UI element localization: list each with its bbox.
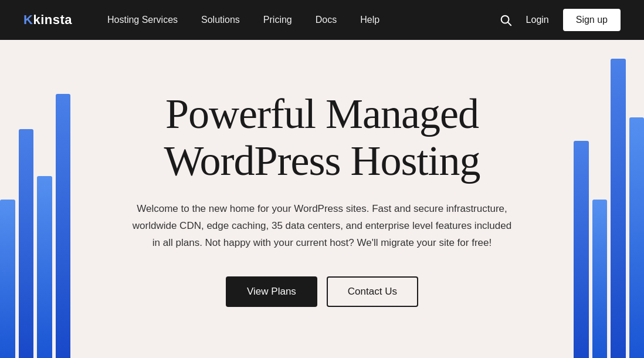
blue-col-left-4	[56, 94, 71, 358]
blue-col-right-2	[592, 200, 608, 358]
blue-col-right-3	[611, 59, 626, 358]
hero-section: Powerful Managed WordPress Hosting Welco…	[0, 40, 644, 358]
logo-text: Kkinsta	[23, 12, 72, 27]
logo-bracket: K	[23, 12, 33, 27]
navbar: Kkinsta Hosting Services Solutions Prici…	[0, 0, 644, 40]
contact-us-button[interactable]: Contact Us	[327, 276, 418, 307]
logo[interactable]: Kkinsta	[23, 12, 72, 28]
blue-col-left-3	[37, 176, 52, 358]
nav-pricing[interactable]: Pricing	[263, 15, 292, 25]
hero-buttons: View Plans Contact Us	[226, 276, 418, 307]
search-icon	[499, 13, 512, 26]
hero-title: Powerful Managed WordPress Hosting	[164, 91, 480, 184]
nav-solutions[interactable]: Solutions	[201, 15, 240, 25]
nav-help[interactable]: Help	[360, 15, 379, 25]
blue-col-left-2	[19, 129, 34, 358]
nav-links: Hosting Services Solutions Pricing Docs …	[107, 15, 499, 25]
search-button[interactable]	[499, 13, 512, 26]
nav-actions: Login Sign up	[499, 9, 621, 31]
blue-col-left-1	[0, 200, 15, 358]
hero-subtitle: Welcome to the new home for your WordPre…	[128, 201, 516, 252]
login-button[interactable]: Login	[526, 15, 549, 25]
signup-button[interactable]: Sign up	[563, 9, 621, 31]
svg-line-1	[508, 22, 511, 25]
nav-hosting-services[interactable]: Hosting Services	[107, 15, 178, 25]
blue-col-right-4	[629, 117, 645, 358]
blue-col-right-1	[574, 141, 589, 358]
hero-title-line1: Powerful Managed	[165, 90, 479, 137]
hero-title-line2: WordPress Hosting	[164, 137, 480, 184]
nav-docs[interactable]: Docs	[316, 15, 337, 25]
decorative-columns-right	[574, 40, 644, 358]
decorative-columns-left	[0, 40, 70, 358]
view-plans-button[interactable]: View Plans	[226, 276, 317, 307]
